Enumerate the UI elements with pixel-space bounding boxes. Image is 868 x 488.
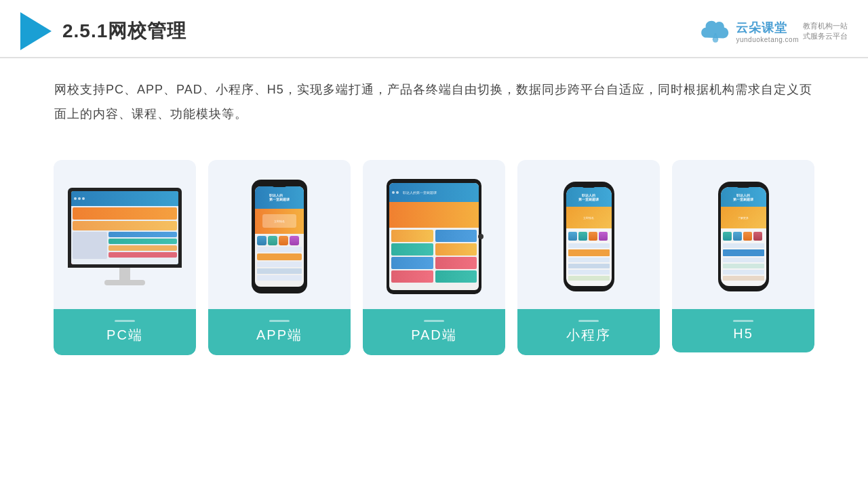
phone-frame-app: 职达人的第一堂刷题课 立即报名 — [252, 180, 307, 293]
tablet-frame: 职达人的第一堂刷题课 — [387, 179, 481, 294]
monitor-screen — [71, 191, 178, 264]
brand-info: 云朵课堂 yunduoketang.com — [736, 20, 799, 43]
pc-monitor — [68, 188, 182, 285]
page-title: 2.5.1网校管理 — [62, 18, 186, 44]
card-mini-image: 职达人的第一堂刷题课 立即报名 — [517, 160, 660, 309]
card-mini-label: 小程序 — [517, 309, 660, 355]
new-phone-frame-mini: 职达人的第一堂刷题课 立即报名 — [564, 182, 614, 291]
card-h5-label: H5 — [672, 309, 814, 352]
card-label-line-pad — [424, 320, 444, 322]
cloud-logo: 云朵课堂 yunduoketang.com 教育机构一站式服务云平台 — [699, 19, 848, 43]
card-pc: PC端 — [54, 160, 196, 355]
header: 2.5.1网校管理 云朵课堂 yunduoketang.com 教育机构一站式服… — [0, 0, 868, 58]
card-label-line-h5 — [733, 320, 753, 322]
description-text: 网校支持PC、APP、PAD、小程序、H5，实现多端打通，产品各终端自由切换，数… — [54, 83, 812, 121]
card-pc-label: PC端 — [54, 309, 196, 355]
brand-slogan: 教育机构一站式服务云平台 — [803, 21, 848, 42]
header-left: 2.5.1网校管理 — [20, 12, 186, 50]
card-label-line-app — [269, 320, 290, 322]
card-h5: 职达人的第一堂刷题课 了解更多 — [672, 160, 814, 352]
card-app-image: 职达人的第一堂刷题课 立即报名 — [208, 160, 351, 309]
card-app: 职达人的第一堂刷题课 立即报名 — [208, 160, 351, 355]
header-right: 云朵课堂 yunduoketang.com 教育机构一站式服务云平台 — [699, 19, 848, 43]
card-label-line-mini — [578, 320, 599, 322]
brand-url: yunduoketang.com — [736, 36, 799, 43]
card-h5-image: 职达人的第一堂刷题课 了解更多 — [672, 160, 814, 309]
card-pc-image — [54, 160, 196, 309]
card-pad: 职达人的第一堂刷题课 — [363, 160, 505, 355]
new-phone-frame-h5: 职达人的第一堂刷题课 了解更多 — [718, 182, 769, 291]
card-pad-image: 职达人的第一堂刷题课 — [363, 160, 505, 309]
description: 网校支持PC、APP、PAD、小程序、H5，实现多端打通，产品各终端自由切换，数… — [0, 58, 868, 133]
monitor-frame — [68, 188, 182, 268]
cards-container: PC端 职达人的第一堂刷题课 立即报名 — [0, 140, 868, 375]
card-pad-label: PAD端 — [363, 309, 505, 355]
card-app-label: APP端 — [208, 309, 351, 355]
logo-triangle — [20, 12, 52, 50]
card-label-line-pc — [115, 320, 135, 322]
cloud-icon — [699, 19, 732, 43]
card-mini: 职达人的第一堂刷题课 立即报名 — [517, 160, 660, 355]
brand-name: 云朵课堂 — [736, 20, 799, 36]
